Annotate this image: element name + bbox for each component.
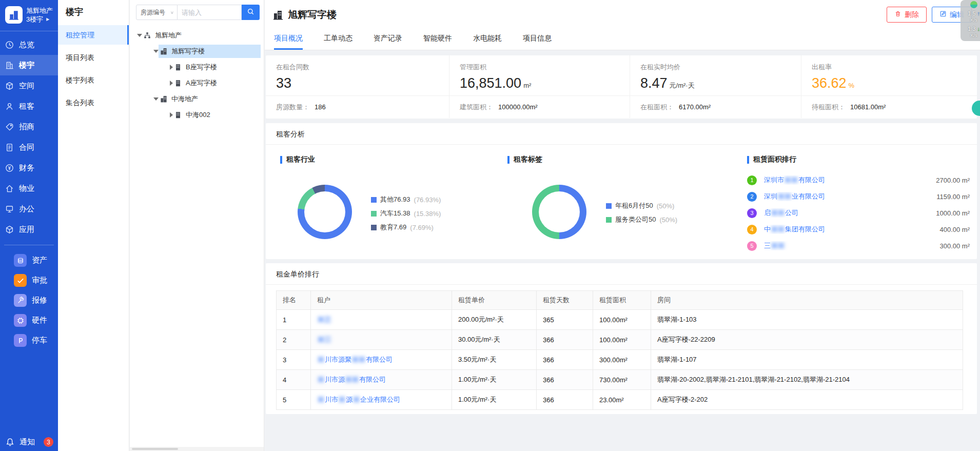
cell-tenant: 〓之 [311,310,452,330]
upload-arrow-icon: ↑ [977,10,980,16]
cell-tenant: 〓川市〓源〓企业有限公司 [311,390,452,410]
tree-node[interactable]: 旭辉写字楼 [130,43,264,59]
tab-项目信息[interactable]: 项目信息 [523,34,552,50]
tree-node[interactable]: B座写字楼 [130,59,264,75]
cell-area: 23.00m² [593,390,651,410]
tree-node-label: 中海002 [186,110,210,120]
tenant-link[interactable]: 〓三 [317,336,331,343]
substat-label: 建筑面积： [460,103,493,112]
tree-node[interactable]: 中海002 [130,107,264,123]
tenant-link[interactable]: 启〓〓公司 [764,208,936,218]
app-shortcut-asset[interactable]: 资产 [0,250,58,270]
chevron-right-icon: ▶ [46,15,49,24]
submenu-item[interactable]: 楼宇列表 [58,70,129,90]
legend-item: 教育7.69(7.69%) [371,223,441,232]
redacted-text: 〓之 [317,316,331,323]
tree-node-label: 旭辉写字楼 [171,47,205,56]
legend-swatch [371,211,377,217]
apps-icon [5,225,14,234]
submenu-item[interactable]: 项目列表 [58,48,129,67]
tree-node-label: 旭辉地产 [155,31,182,40]
tenant-link[interactable]: 深圳〓〓业有限公司 [764,192,936,201]
tab-资产记录[interactable]: 资产记录 [374,34,402,50]
tree-node[interactable]: 旭辉地产 [130,27,264,43]
rank-badge: 2 [747,192,757,202]
search-button[interactable] [242,5,260,20]
sidebar-item-tenant[interactable]: 租客 [0,96,58,116]
network-speed-overlay[interactable]: 1.5 ↑K/s 1.3 ↓K/s [961,0,980,41]
table-header-租户: 租户 [311,291,452,310]
tenant-link[interactable]: 三〓〓 [764,241,939,250]
industry-legend: 其他76.93(76.93%)汽车15.38(15.38%)教育7.69(7.6… [371,195,441,232]
tenant-link[interactable]: 〓川市源〓〓有限公司 [317,376,386,383]
org-name: 旭辉地产 [26,6,53,15]
tower-icon [174,111,182,119]
tenant-link[interactable]: 中〓〓集团有限公司 [764,225,939,234]
edit-icon [939,10,947,19]
redacted-text: 〓 [338,396,346,403]
app-shortcut-parking[interactable]: 停车 [0,330,58,350]
tab-bar: 项目概况工单动态资产记录智能硬件水电能耗项目信息 [274,34,552,50]
tab-项目概况[interactable]: 项目概况 [274,34,303,50]
name-text: 集团有限公司 [785,225,825,233]
tenant-link[interactable]: 〓川市源聚〓〓有限公司 [317,356,393,363]
redacted-text: 〓 [317,356,325,363]
sidebar-item-contract[interactable]: 合同 [0,137,58,158]
sidebar-item-building[interactable]: 楼宇 [0,55,58,75]
sidebar-item-property[interactable]: 物业 [0,178,58,199]
cell-rank: 1 [277,310,311,330]
tab-智能硬件[interactable]: 智能硬件 [423,34,452,50]
tab-水电能耗[interactable]: 水电能耗 [473,34,502,50]
stat-value: 8.47 [640,75,668,91]
sidebar-item-label: 招商 [19,122,34,132]
app-shortcut-label: 停车 [32,336,47,345]
table-header-租赁单价: 租赁单价 [452,291,537,310]
sidebar-item-apps[interactable]: 应用 [0,219,58,240]
sidebar-item-finance[interactable]: 财务 [0,158,58,178]
caret-down-icon[interactable] [153,50,159,53]
redacted-text: 〓三 [317,336,331,343]
divider [4,245,54,245]
sidebar-item-office[interactable]: 办公 [0,199,58,219]
name-text: 深圳市 [764,176,784,184]
sidebar-item-space[interactable]: 空间 [0,75,58,96]
tenant-link[interactable]: 〓之 [317,316,331,323]
tenant-link[interactable]: 深圳市〓〓有限公司 [764,175,936,185]
legend-swatch [371,225,377,230]
sidebar-item-overview[interactable]: 总览 [0,34,58,55]
chevron-down-icon: ∨ [170,10,174,15]
cell-area: 300.00m² [593,350,651,370]
redacted-text: 〓〓 [771,225,785,233]
hardware-icon [14,314,27,327]
submenu-item[interactable]: 租控管理 [58,25,129,45]
tenant-link[interactable]: 〓川市〓源〓企业有限公司 [317,396,400,403]
stat-label: 管理面积 [460,63,630,72]
sidebar-item-leasing[interactable]: 招商 [0,116,58,137]
horizontal-scrollbar[interactable] [130,447,264,451]
cell-price: 1.00元/m²·天 [452,390,537,410]
name-text: 川市源 [325,376,345,383]
delete-button[interactable]: 删除 [887,7,927,23]
tab-工单动态[interactable]: 工单动态 [324,34,352,50]
app-shortcut-approve[interactable]: 审批 [0,270,58,290]
name-text: 有限公司 [366,356,393,363]
table-row: 2〓三30.00元/m²·天366100.00m²A座写字楼-22-2209 [277,330,963,350]
app-shortcut-repair[interactable]: 报修 [0,290,58,310]
cell-rank: 2 [277,330,311,350]
app-shortcut-hardware[interactable]: 硬件 [0,310,58,330]
office-icon [5,204,14,214]
caret-down-icon[interactable] [137,34,142,37]
cell-rank: 4 [277,370,311,390]
org-switcher[interactable]: 旭辉地产 3楼宇 ▶ [0,0,58,30]
submenu-item[interactable]: 集合列表 [58,93,129,112]
tree-node[interactable]: 中海地产 [130,91,264,107]
cell-days: 366 [537,370,593,390]
filter-type-select[interactable]: 房源编号 ∨ [136,5,178,20]
price-rank-card: 租金单价排行 排名租户租赁单价租赁天数租赁面积房间 1〓之200.00元/m²·… [266,263,977,414]
name-text: 有限公司 [359,376,386,383]
caret-down-icon[interactable] [153,97,159,101]
tree-node[interactable]: A座写字楼 [130,75,264,91]
notification-item[interactable]: 通知 3 [0,437,58,447]
search-input[interactable] [178,5,242,20]
substat-label: 房源数量： [276,103,309,112]
